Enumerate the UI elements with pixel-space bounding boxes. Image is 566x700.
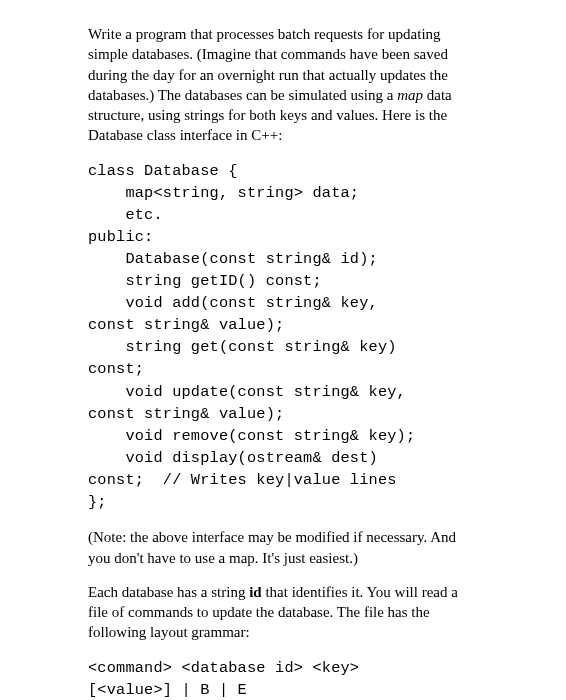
code-block-grammar: <command> <database id> <key> [<value>] … (88, 657, 478, 701)
para3-id-bold: id (249, 584, 262, 600)
paragraph-note: (Note: the above interface may be modifi… (88, 527, 478, 568)
para1-text-a: Write a program that processes batch req… (88, 26, 448, 103)
paragraph-intro: Write a program that processes batch req… (88, 24, 478, 146)
para1-map-italic: map (397, 87, 423, 103)
paragraph-database-id: Each database has a string id that ident… (88, 582, 478, 643)
para3-text-a: Each database has a string (88, 584, 249, 600)
code-block-class: class Database { map<string, string> dat… (88, 160, 478, 514)
